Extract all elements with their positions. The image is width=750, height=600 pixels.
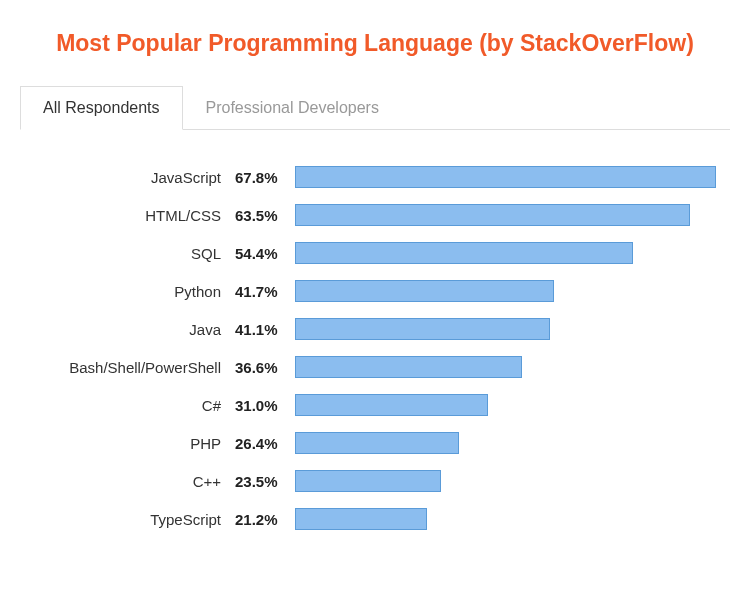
category-label: HTML/CSS xyxy=(30,207,235,224)
value-label: 31.0% xyxy=(235,397,295,414)
category-label: Bash/Shell/PowerShell xyxy=(30,359,235,376)
chart-row: HTML/CSS63.5% xyxy=(30,196,730,234)
bar-track xyxy=(295,204,730,226)
chart-row: Java41.1% xyxy=(30,310,730,348)
value-label: 63.5% xyxy=(235,207,295,224)
category-label: PHP xyxy=(30,435,235,452)
value-label: 26.4% xyxy=(235,435,295,452)
category-label: SQL xyxy=(30,245,235,262)
bar-chart: JavaScript67.8%HTML/CSS63.5%SQL54.4%Pyth… xyxy=(20,158,730,538)
chart-row: SQL54.4% xyxy=(30,234,730,272)
bar xyxy=(295,318,550,340)
bar xyxy=(295,432,459,454)
value-label: 36.6% xyxy=(235,359,295,376)
category-label: Java xyxy=(30,321,235,338)
value-label: 41.1% xyxy=(235,321,295,338)
chart-row: C#31.0% xyxy=(30,386,730,424)
value-label: 41.7% xyxy=(235,283,295,300)
value-label: 67.8% xyxy=(235,169,295,186)
value-label: 21.2% xyxy=(235,511,295,528)
value-label: 54.4% xyxy=(235,245,295,262)
bar xyxy=(295,394,488,416)
category-label: JavaScript xyxy=(30,169,235,186)
tab-all-respondents[interactable]: All Respondents xyxy=(20,86,183,130)
category-label: C# xyxy=(30,397,235,414)
chart-row: Bash/Shell/PowerShell36.6% xyxy=(30,348,730,386)
chart-row: PHP26.4% xyxy=(30,424,730,462)
bar-track xyxy=(295,394,730,416)
bar xyxy=(295,470,441,492)
chart-row: C++23.5% xyxy=(30,462,730,500)
value-label: 23.5% xyxy=(235,473,295,490)
category-label: TypeScript xyxy=(30,511,235,528)
bar-track xyxy=(295,166,730,188)
bar xyxy=(295,166,716,188)
tab-bar: All Respondents Professional Developers xyxy=(20,85,730,130)
bar-track xyxy=(295,432,730,454)
chart-row: Python41.7% xyxy=(30,272,730,310)
bar xyxy=(295,508,427,530)
category-label: Python xyxy=(30,283,235,300)
bar-track xyxy=(295,470,730,492)
bar xyxy=(295,204,690,226)
chart-title: Most Popular Programming Language (by St… xyxy=(20,30,730,57)
bar xyxy=(295,356,522,378)
category-label: C++ xyxy=(30,473,235,490)
chart-row: JavaScript67.8% xyxy=(30,158,730,196)
bar-track xyxy=(295,242,730,264)
tab-professional-developers[interactable]: Professional Developers xyxy=(183,86,402,130)
bar xyxy=(295,280,554,302)
bar-track xyxy=(295,280,730,302)
chart-row: TypeScript21.2% xyxy=(30,500,730,538)
bar-track xyxy=(295,356,730,378)
bar-track xyxy=(295,508,730,530)
bar-track xyxy=(295,318,730,340)
bar xyxy=(295,242,633,264)
